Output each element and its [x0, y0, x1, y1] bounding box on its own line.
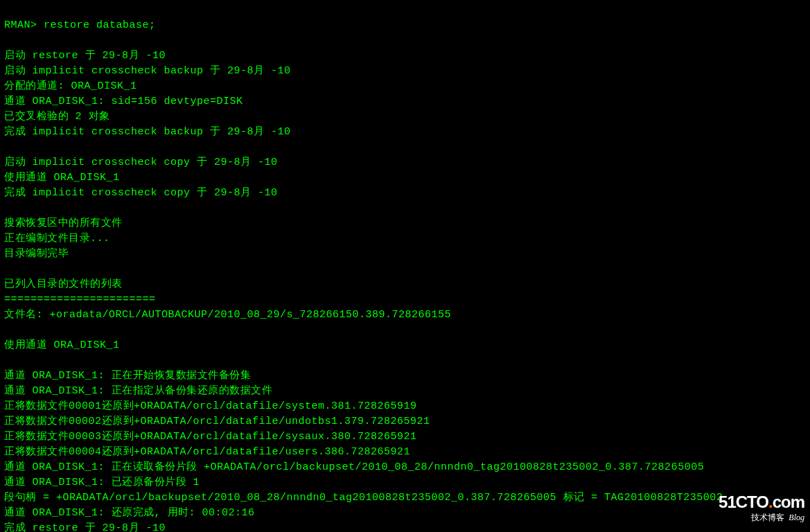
output-body: 启动 restore 于 29-8月 -10 启动 implicit cross…	[4, 33, 806, 532]
rman-command[interactable]: restore database;	[44, 19, 156, 31]
terminal-output: RMAN> restore database; 启动 restore 于 29-…	[0, 0, 810, 532]
rman-prompt: RMAN>	[4, 19, 44, 31]
